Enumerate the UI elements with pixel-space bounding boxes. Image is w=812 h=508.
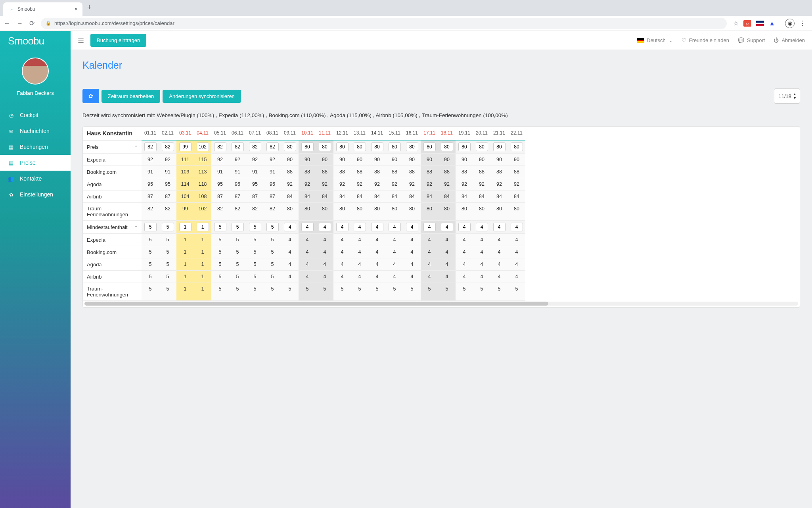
- cell-input[interactable]: [441, 223, 453, 231]
- price-input-cell[interactable]: [333, 140, 351, 154]
- sidebar-item-buchungen[interactable]: ▦Buchungen: [0, 139, 71, 155]
- price-input-cell[interactable]: [490, 221, 508, 234]
- sidebar-item-nachrichten[interactable]: ✉Nachrichten: [0, 123, 71, 139]
- forward-icon[interactable]: →: [17, 19, 23, 27]
- language-selector[interactable]: Deutsch ⌄: [637, 37, 673, 43]
- tab-close-icon[interactable]: ×: [75, 6, 78, 12]
- sidebar-item-preise[interactable]: ▤Preise: [0, 155, 71, 171]
- add-booking-button[interactable]: Buchung eintragen: [90, 34, 146, 47]
- flag-icon[interactable]: [756, 21, 764, 26]
- cell-input[interactable]: [511, 142, 523, 151]
- cell-input[interactable]: [214, 223, 226, 231]
- cell-input[interactable]: [371, 223, 383, 231]
- price-input-cell[interactable]: [246, 140, 264, 154]
- cell-input[interactable]: [354, 142, 366, 151]
- cell-input[interactable]: [197, 142, 209, 151]
- cell-input[interactable]: [423, 223, 436, 231]
- cell-input[interactable]: [476, 223, 488, 231]
- extension-icon[interactable]: ▲: [769, 20, 775, 27]
- cell-input[interactable]: [354, 223, 366, 231]
- cell-input[interactable]: [406, 223, 418, 231]
- cell-input[interactable]: [389, 223, 401, 231]
- cell-input[interactable]: [162, 223, 174, 231]
- horizontal-scrollbar[interactable]: [84, 302, 798, 306]
- sidebar-item-cockpit[interactable]: ◷Cockpit: [0, 107, 71, 123]
- price-input-cell[interactable]: [299, 140, 316, 154]
- scrollbar-thumb[interactable]: [84, 302, 548, 306]
- new-tab-button[interactable]: +: [82, 3, 96, 12]
- back-icon[interactable]: ←: [4, 19, 10, 27]
- cell-input[interactable]: [232, 142, 244, 151]
- url-bar[interactable]: 🔒 https://login.smoobu.com/de/settings/p…: [41, 18, 727, 29]
- kebab-menu-icon[interactable]: ⋮: [799, 19, 806, 27]
- settings-button[interactable]: ✿: [82, 89, 99, 103]
- cell-input[interactable]: [266, 223, 279, 231]
- sync-changes-button[interactable]: Änderungen synchronisieren: [163, 90, 241, 103]
- price-input-cell[interactable]: [229, 221, 246, 234]
- support-link[interactable]: 💬 Support: [738, 37, 765, 43]
- cell-input[interactable]: [249, 142, 261, 151]
- price-input-cell[interactable]: [351, 221, 368, 234]
- cell-input[interactable]: [162, 142, 174, 151]
- price-input-cell[interactable]: [333, 221, 351, 234]
- price-input-cell[interactable]: [403, 221, 421, 234]
- price-input-cell[interactable]: [194, 140, 211, 154]
- cell-input[interactable]: [266, 142, 279, 151]
- cell-input[interactable]: [301, 142, 314, 151]
- price-input-cell[interactable]: [264, 221, 281, 234]
- price-input-cell[interactable]: [438, 221, 456, 234]
- cell-input[interactable]: [493, 223, 506, 231]
- price-input-cell[interactable]: [386, 140, 403, 154]
- price-input-cell[interactable]: [194, 221, 211, 234]
- price-input-cell[interactable]: [473, 140, 490, 154]
- cell-input[interactable]: [406, 142, 418, 151]
- cell-input[interactable]: [511, 223, 523, 231]
- price-input-cell[interactable]: [508, 140, 525, 154]
- cell-input[interactable]: [423, 142, 436, 151]
- avatar[interactable]: [22, 58, 49, 85]
- price-input-cell[interactable]: [421, 140, 438, 154]
- price-input-cell[interactable]: [142, 140, 159, 154]
- price-input-cell[interactable]: [316, 140, 333, 154]
- price-input-cell[interactable]: [386, 221, 403, 234]
- cell-input[interactable]: [319, 142, 331, 151]
- row-label[interactable]: Preis⌃: [83, 140, 142, 154]
- cell-input[interactable]: [179, 142, 192, 151]
- price-input-cell[interactable]: [456, 221, 473, 234]
- cell-input[interactable]: [458, 142, 471, 151]
- cell-input[interactable]: [389, 142, 401, 151]
- cell-input[interactable]: [319, 223, 331, 231]
- price-input-cell[interactable]: [159, 140, 176, 154]
- cell-input[interactable]: [301, 223, 314, 231]
- price-input-cell[interactable]: [211, 221, 229, 234]
- cell-input[interactable]: [493, 142, 506, 151]
- cell-input[interactable]: [284, 142, 296, 151]
- price-input-cell[interactable]: [473, 221, 490, 234]
- price-input-cell[interactable]: [229, 140, 246, 154]
- price-input-cell[interactable]: [508, 221, 525, 234]
- price-input-cell[interactable]: [456, 140, 473, 154]
- extension-badge[interactable]: 26: [743, 20, 751, 27]
- price-input-cell[interactable]: [142, 221, 159, 234]
- cell-input[interactable]: [441, 142, 453, 151]
- price-input-cell[interactable]: [159, 221, 176, 234]
- browser-tab[interactable]: ∞ Smoobu ×: [3, 2, 82, 16]
- cell-input[interactable]: [144, 142, 157, 151]
- sidebar-item-kontakte[interactable]: 👥Kontakte: [0, 171, 71, 187]
- price-input-cell[interactable]: [316, 221, 333, 234]
- price-input-cell[interactable]: [246, 221, 264, 234]
- browser-user-icon[interactable]: ◉: [785, 19, 795, 28]
- cell-input[interactable]: [249, 223, 261, 231]
- cell-input[interactable]: [144, 223, 157, 231]
- price-input-cell[interactable]: [264, 140, 281, 154]
- price-input-cell[interactable]: [299, 221, 316, 234]
- price-input-cell[interactable]: [403, 140, 421, 154]
- cell-input[interactable]: [371, 142, 383, 151]
- price-input-cell[interactable]: [176, 140, 194, 154]
- price-input-cell[interactable]: [368, 140, 386, 154]
- price-input-cell[interactable]: [281, 140, 299, 154]
- price-input-cell[interactable]: [438, 140, 456, 154]
- cell-input[interactable]: [284, 223, 296, 231]
- bookmark-icon[interactable]: ☆: [733, 19, 739, 27]
- cell-input[interactable]: [214, 142, 226, 151]
